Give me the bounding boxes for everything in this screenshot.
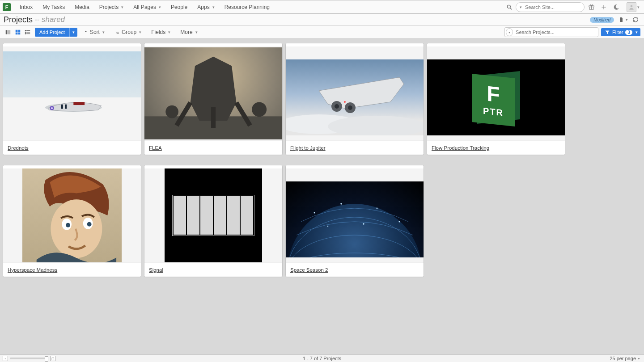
zoom-min-icon[interactable]: ▫: [3, 356, 8, 361]
svg-point-0: [507, 5, 510, 8]
svg-point-45: [288, 204, 422, 257]
filter-label: Filter: [612, 29, 623, 35]
site-search[interactable]: ▾: [516, 2, 585, 12]
nav-label: Media: [75, 4, 89, 10]
nav-projects[interactable]: Projects▾: [95, 2, 128, 13]
svg-rect-24: [73, 102, 85, 105]
nav-media[interactable]: Media: [70, 2, 94, 13]
project-thumbnail: [144, 46, 282, 140]
site-search-input[interactable]: [524, 4, 580, 10]
nav-people[interactable]: People: [166, 2, 192, 13]
search-scope-dropdown[interactable]: ▾: [518, 5, 524, 9]
filter-button[interactable]: Filter 3 ▾: [601, 28, 640, 36]
nav-label: Resource Planning: [225, 4, 270, 10]
moon-icon[interactable]: [610, 1, 622, 13]
chevron-down-icon: ▾: [102, 30, 105, 34]
nav-inbox[interactable]: Inbox: [15, 2, 37, 13]
project-title-link[interactable]: Drednots: [8, 145, 29, 151]
nav-resource-planning[interactable]: Resource Planning: [220, 2, 274, 13]
per-page-selector[interactable]: 25 per page ▼: [610, 356, 640, 361]
svg-rect-27: [61, 104, 63, 109]
status-bar: ▫ ◻ 1 - 7 of 7 Projects 25 per page ▼: [0, 354, 644, 362]
zoom-slider[interactable]: ▫ ◻: [3, 356, 55, 361]
project-card[interactable]: Flight to Jupiter: [285, 43, 424, 155]
project-card[interactable]: Space Season 2: [285, 165, 424, 277]
project-card[interactable]: F PTR Flow Production Tracking: [427, 43, 565, 155]
svg-rect-13: [18, 33, 21, 35]
project-card[interactable]: Hyperspace Madness: [3, 165, 141, 277]
app-logo[interactable]: F: [3, 3, 11, 11]
fpt-subtext: PTR: [483, 105, 504, 118]
svg-rect-9: [7, 30, 10, 34]
sort-menu[interactable]: Sort ▾: [80, 27, 108, 37]
toolbar: Add Project ▾ Sort ▾ Group ▾ Fields ▾ Mo…: [0, 26, 644, 39]
tool-label: More: [180, 29, 192, 35]
project-title-link[interactable]: Flow Production Tracking: [432, 145, 489, 151]
project-title-link[interactable]: Flight to Jupiter: [290, 145, 326, 151]
mech-icon: [144, 47, 282, 139]
svg-point-36: [335, 104, 339, 109]
project-thumbnail: [286, 46, 424, 140]
earth-icon: [286, 181, 424, 257]
nav-apps[interactable]: Apps▾: [193, 2, 219, 13]
svg-point-43: [87, 222, 92, 227]
group-menu[interactable]: Group ▾: [111, 27, 145, 37]
project-title-link[interactable]: FLEA: [149, 145, 162, 151]
svg-point-31: [252, 102, 267, 117]
more-menu[interactable]: More ▾: [177, 27, 201, 37]
chevron-down-icon: ▾: [637, 5, 640, 9]
svg-point-30: [165, 105, 178, 118]
svg-point-17: [25, 30, 25, 31]
content-area: Drednots FLEA: [0, 38, 644, 355]
spaceship-icon: [34, 95, 114, 114]
project-card[interactable]: Drednots: [3, 43, 141, 155]
view-list-icon[interactable]: [23, 28, 32, 37]
project-search-scope[interactable]: ▾: [506, 28, 513, 36]
page-menu-button[interactable]: ▾: [617, 15, 629, 25]
svg-point-42: [66, 223, 70, 227]
projects-grid: Drednots FLEA: [0, 38, 644, 286]
svg-point-38: [344, 101, 346, 103]
zoom-handle[interactable]: [45, 356, 48, 362]
add-project-dropdown[interactable]: ▾: [69, 28, 77, 37]
svg-point-54: [363, 223, 364, 224]
search-icon[interactable]: [505, 3, 514, 12]
spaceship-icon: [286, 59, 424, 135]
project-title-link[interactable]: Hyperspace Madness: [8, 267, 57, 273]
project-card[interactable]: FLEA: [144, 43, 283, 155]
user-menu[interactable]: ▾: [623, 2, 641, 12]
triangle-down-icon: ▼: [637, 357, 640, 360]
project-search[interactable]: ▾: [504, 27, 598, 37]
zoom-track[interactable]: [10, 358, 48, 359]
nav-my-tasks[interactable]: My Tasks: [38, 2, 69, 13]
plus-icon[interactable]: [598, 1, 610, 13]
nav-label: Apps: [197, 4, 209, 10]
project-title-link[interactable]: Signal: [149, 267, 163, 273]
project-card[interactable]: Signal: [144, 165, 283, 277]
svg-point-50: [340, 203, 342, 205]
svg-point-18: [25, 32, 25, 32]
project-thumbnail: F PTR: [427, 46, 565, 140]
fields-menu[interactable]: Fields ▾: [148, 27, 174, 37]
view-grid-icon[interactable]: [13, 28, 22, 37]
character-portrait-icon: [22, 168, 122, 262]
svg-rect-28: [65, 104, 67, 109]
filmstrip-icon: [172, 195, 254, 236]
svg-rect-10: [16, 30, 18, 32]
project-thumbnail: [3, 46, 141, 140]
modified-badge[interactable]: Modified: [590, 17, 614, 23]
project-title-link[interactable]: Space Season 2: [290, 267, 328, 273]
tool-label: Sort: [90, 29, 100, 35]
chevron-down-icon: ▾: [159, 5, 161, 9]
chevron-down-icon: ▾: [626, 17, 628, 22]
project-thumbnail: [144, 168, 282, 262]
view-column-icon[interactable]: [4, 28, 13, 37]
refresh-icon[interactable]: [631, 15, 640, 25]
title-bar: Projects -- shared Modified ▾: [0, 14, 644, 26]
zoom-max-icon[interactable]: ◻: [50, 356, 55, 361]
project-search-input[interactable]: [515, 29, 595, 35]
add-project-button[interactable]: Add Project: [35, 28, 69, 37]
svg-point-26: [51, 107, 53, 109]
nav-all-pages[interactable]: All Pages▾: [129, 2, 165, 13]
gift-icon[interactable]: [585, 1, 597, 13]
